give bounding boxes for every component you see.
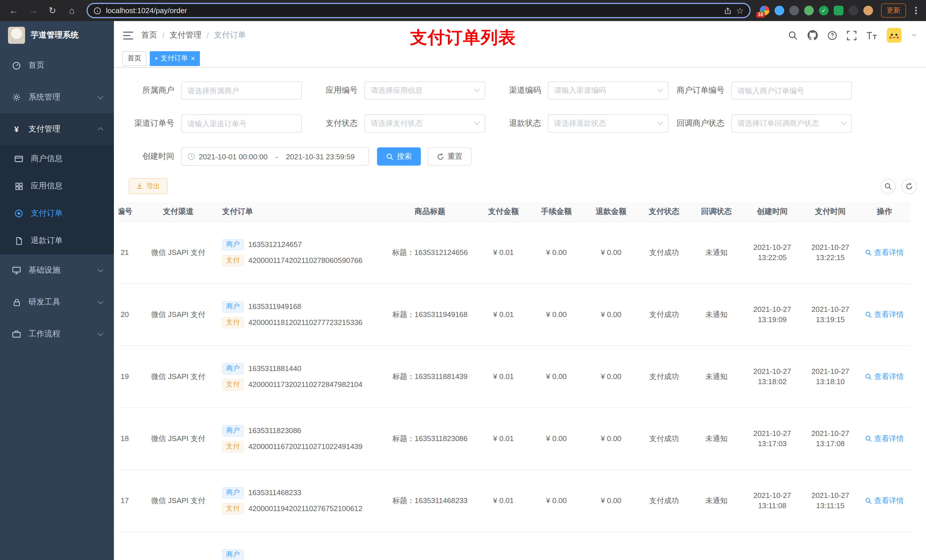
- chevron-down-icon: [98, 267, 103, 272]
- channel-code-select[interactable]: 请输入渠道编码: [548, 82, 669, 100]
- fullscreen-icon[interactable]: [847, 30, 856, 40]
- pay-state-select[interactable]: 请选择支付状态: [365, 115, 485, 133]
- sidebar-item-infrastructure[interactable]: 基础设施: [0, 254, 114, 286]
- extension-colorful-icon[interactable]: 10: [760, 6, 769, 15]
- reset-button[interactable]: 重置: [428, 147, 472, 166]
- channel-code-label: 渠道编码: [485, 85, 548, 96]
- logo-avatar: [8, 27, 25, 44]
- back-icon[interactable]: ←: [6, 3, 22, 18]
- monitor-icon: [11, 266, 22, 275]
- view-detail-link[interactable]: 查看详情: [865, 309, 904, 320]
- extension-badge: 10: [756, 12, 765, 18]
- forward-icon[interactable]: →: [25, 3, 41, 18]
- refund-state-select[interactable]: 请选择退款状态: [548, 115, 669, 133]
- sidebar: 芋道管理系统 首页 系统管理 ¥: [0, 21, 114, 560]
- notify-state-label: 回调商户状态: [669, 118, 731, 128]
- lock-icon: [11, 298, 22, 306]
- extension-gray-icon[interactable]: [789, 6, 799, 15]
- briefcase-icon: [11, 329, 22, 339]
- merchant-order-no-input[interactable]: [731, 82, 852, 100]
- table-row: 18 微信 JSAPI 支付 商户1635311823086 支付4200001…: [118, 408, 910, 469]
- toggle-search-icon[interactable]: [881, 178, 896, 194]
- target-icon: [14, 209, 24, 218]
- user-avatar[interactable]: [887, 28, 902, 43]
- view-detail-link[interactable]: 查看详情: [865, 495, 904, 506]
- site-info-icon[interactable]: [94, 6, 101, 15]
- refund-state-label: 退款状态: [485, 118, 548, 128]
- address-bar[interactable]: localhost:1024/pay/order ☆: [86, 3, 750, 18]
- create-time-range-picker[interactable]: 2021-10-01 00:00:00 - 2021-10-31 23:59:5…: [181, 147, 369, 166]
- merchant-tag: 商户: [222, 487, 244, 498]
- app-id-select[interactable]: 请选择应用信息: [365, 82, 485, 100]
- bookmark-star-icon[interactable]: ☆: [736, 5, 744, 16]
- merchant-tag: 商户: [222, 301, 244, 312]
- create-time-label: 创建时间: [118, 151, 181, 162]
- tab-home[interactable]: 首页: [123, 51, 146, 66]
- chevron-down-icon: [98, 94, 103, 99]
- page-header: 首页 / 支付管理 / 支付订单 支付订单列表: [114, 21, 926, 50]
- hamburger-icon[interactable]: [123, 31, 133, 39]
- extension-monkey-icon[interactable]: [863, 6, 873, 15]
- browser-menu-icon[interactable]: [912, 7, 920, 14]
- chevron-down-icon: [841, 119, 847, 125]
- sidebar-item-pay[interactable]: ¥ 支付管理: [0, 113, 114, 145]
- chevron-down-icon: [98, 331, 103, 336]
- breadcrumb-current: 支付订单: [214, 30, 246, 41]
- refresh-table-icon[interactable]: [902, 178, 917, 194]
- table-header: 编号 支付渠道 支付订单 商品标题 支付金额 手续金额 退款金额 支付状态 回调…: [118, 202, 910, 221]
- sidebar-item-workflow[interactable]: 工作流程: [0, 318, 114, 350]
- extension-pin-icon[interactable]: [849, 6, 858, 15]
- table-row: 17 微信 JSAPI 支付 商户1635311468233 支付4200001…: [118, 469, 910, 531]
- document-icon: [14, 237, 24, 245]
- table-row: 21 微信 JSAPI 支付 商户1635312124657 支付4200001…: [118, 221, 910, 284]
- breadcrumb-home[interactable]: 首页: [141, 30, 157, 41]
- extension-drop-icon[interactable]: [775, 6, 784, 15]
- sidebar-item-refund-order[interactable]: 退款订单: [0, 227, 114, 254]
- app-logo[interactable]: 芋道管理系统: [0, 21, 114, 50]
- help-icon[interactable]: [828, 30, 837, 40]
- page-content: 所属商户 应用编号 请选择应用信息 渠道编码 请输入渠道: [114, 68, 926, 560]
- owner-merchant-input[interactable]: [181, 82, 302, 100]
- date-start: 2021-10-01 00:00:00: [199, 152, 267, 161]
- chevron-down-icon: [474, 86, 480, 92]
- sidebar-item-home[interactable]: 首页: [0, 50, 114, 82]
- avatar-caret-icon[interactable]: [911, 34, 917, 37]
- breadcrumb-pay[interactable]: 支付管理: [170, 30, 201, 41]
- extension-green-icon[interactable]: [804, 6, 814, 15]
- tab-close-icon[interactable]: ×: [191, 54, 195, 62]
- github-icon[interactable]: [808, 30, 818, 41]
- home-icon[interactable]: ⌂: [64, 3, 80, 18]
- pay-submenu: 商户信息 应用信息 支付订单: [0, 145, 114, 254]
- view-detail-link[interactable]: 查看详情: [865, 371, 904, 382]
- view-detail-link[interactable]: 查看详情: [865, 433, 904, 444]
- table-row-partial: 商户: [118, 531, 910, 560]
- notify-state-select[interactable]: 请选择订单回调商户状态: [731, 115, 852, 133]
- browser-update-button[interactable]: 更新: [881, 3, 906, 18]
- pay-tag: 支付: [222, 255, 244, 266]
- search-icon[interactable]: [788, 30, 798, 40]
- card-icon: [14, 154, 24, 163]
- tab-pay-order[interactable]: ● 支付订单 ×: [150, 51, 200, 66]
- reload-icon[interactable]: ↻: [44, 3, 61, 18]
- chevron-up-icon: [98, 127, 103, 133]
- extension-chat-icon[interactable]: [834, 6, 843, 15]
- export-button[interactable]: 导出: [129, 178, 168, 194]
- merchant-tag: 商户: [222, 425, 244, 436]
- table-row: 19 微信 JSAPI 支付 商户1635311881440 支付4200001…: [118, 346, 910, 408]
- extension-check-icon[interactable]: ✓: [819, 6, 829, 15]
- sidebar-item-pay-order[interactable]: 支付订单: [0, 200, 114, 227]
- search-button[interactable]: 搜索: [377, 147, 421, 166]
- channel-order-no-input[interactable]: [181, 115, 302, 133]
- owner-merchant-label: 所属商户: [118, 85, 181, 96]
- share-icon[interactable]: [723, 6, 731, 15]
- view-detail-link[interactable]: 查看详情: [865, 247, 904, 258]
- sidebar-item-system[interactable]: 系统管理: [0, 82, 114, 113]
- sidebar-item-devtools[interactable]: 研发工具: [0, 286, 114, 318]
- table-toolbar: 导出: [114, 178, 926, 194]
- font-size-icon[interactable]: [866, 31, 877, 39]
- breadcrumb: 首页 / 支付管理 / 支付订单: [141, 30, 246, 41]
- chevron-down-icon: [474, 119, 480, 125]
- sidebar-item-merchant-info[interactable]: 商户信息: [0, 145, 114, 172]
- url-text: localhost:1024/pay/order: [106, 6, 719, 15]
- sidebar-item-app-info[interactable]: 应用信息: [0, 172, 114, 200]
